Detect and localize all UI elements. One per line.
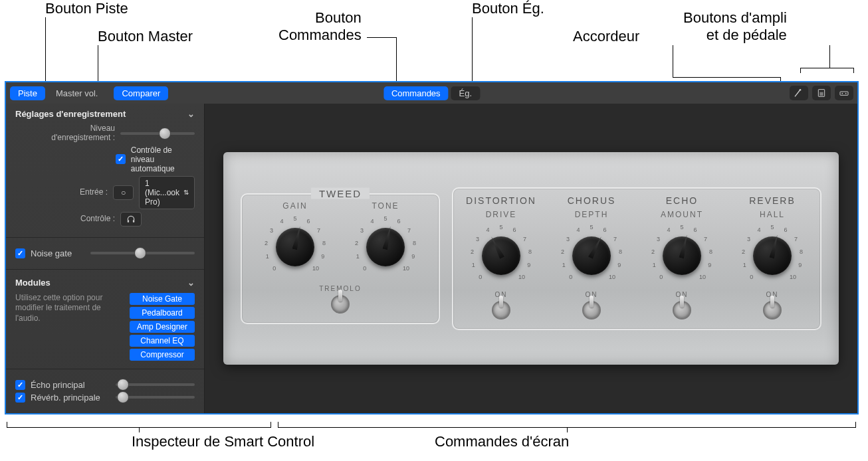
tick-label: 6 [397,218,400,225]
tick-label: 1 [356,253,360,260]
input-device-select[interactable]: 1 (Mic...ook Pro) ⇅ [139,176,195,209]
fx-knob[interactable]: 012345678910 [740,223,804,287]
tick-label: 2 [742,248,745,255]
fx-knob[interactable]: 012345678910 [469,223,533,287]
fx-distortion: DISTORTIONDRIVE012345678910ON [465,195,537,320]
tick-label: 6 [693,227,697,233]
tick-label: 10 [699,274,706,280]
tick-label: 5 [499,224,502,230]
callout-accordeur: Accordeur [573,28,639,45]
tick-label: 10 [609,274,615,280]
fx-toggle[interactable] [582,301,601,320]
tick-label: 7 [523,236,526,242]
tuner-button[interactable] [790,86,808,100]
echo-slider[interactable] [116,383,195,386]
reverb-slider[interactable] [116,396,195,399]
tick-label: 8 [322,240,326,246]
tick-label: 6 [306,218,310,225]
fx-title: CHORUS [568,195,616,206]
fx-knob-label: DRIVE [486,210,517,219]
tick-label: 3 [657,236,660,242]
inspector-brace [7,418,271,428]
input-channel-button[interactable]: ○ [113,185,134,200]
master-button[interactable]: Master vol. [48,86,106,100]
tick-label: 8 [800,248,803,255]
fx-knob-label: DEPTH [575,210,609,219]
input-device-value: 1 (Mic...ook Pro) [145,179,179,207]
fx-group: DISTORTIONDRIVE012345678910ONCHORUSDEPTH… [452,187,821,330]
gain-knob[interactable]: 012345678910 [263,215,327,278]
tick-label: 3 [360,227,364,234]
amp-button[interactable] [812,86,831,100]
tuner-icon [794,88,804,98]
tone-label: TONE [372,201,399,211]
smart-control-inspector: Réglages d'enregistrement ⌄ Niveau d'enr… [6,104,205,413]
svg-rect-7 [133,220,134,223]
fx-toggle[interactable] [673,301,691,320]
module-pedalboard[interactable]: Pedalboard [130,307,195,319]
module-channeleq[interactable]: Channel EQ [130,335,195,347]
tick-label: 0 [750,274,753,280]
recording-level-slider[interactable] [120,132,195,135]
fx-toggle[interactable] [763,301,782,320]
tick-label: 10 [518,274,525,280]
tweed-group: TWEED GAIN 012345678910 TONE 01234567891… [241,193,440,324]
auto-level-checkbox[interactable]: ✓ [116,154,125,164]
tick-label: 5 [293,215,296,222]
tick-label: 8 [528,248,532,255]
tick-label: 8 [709,248,712,255]
callout-piste: Bouton Piste [45,0,128,17]
tick-label: 4 [667,227,671,233]
tick-label: 0 [569,274,572,280]
tick-label: 2 [471,248,474,255]
module-noisegate[interactable]: Noise Gate [130,293,195,305]
tick-label: 10 [312,265,319,272]
tick-label: 3 [566,236,570,242]
fx-knob-label: HALL [760,210,785,219]
tick-label: 9 [798,262,802,268]
module-compressor[interactable]: Compressor [130,349,195,361]
controls-button[interactable]: Commandes [383,86,449,100]
tick-label: 4 [577,227,580,233]
tick-label: 5 [680,224,683,230]
tick-label: 6 [784,227,787,233]
compare-button[interactable]: Comparer [114,86,168,100]
noisegate-slider[interactable] [90,252,195,254]
monitor-label: Contrôle : [15,215,115,224]
reverb-checkbox[interactable]: ✓ [15,393,25,403]
echo-checkbox[interactable]: ✓ [15,380,25,390]
tone-knob[interactable]: 012345678910 [354,215,417,278]
tick-label: 4 [280,218,284,225]
gain-label: GAIN [282,201,307,211]
noisegate-checkbox[interactable]: ✓ [15,248,25,258]
chevron-down-icon[interactable]: ⌄ [187,278,195,288]
tremolo-toggle[interactable] [331,295,350,314]
tick-label: 4 [487,227,490,233]
tick-label: 1 [266,253,269,260]
tick-label: 10 [403,265,409,272]
noisegate-label: Noise gate [31,248,72,258]
svg-point-4 [841,93,843,94]
tick-label: 3 [747,236,750,242]
fx-toggle[interactable] [492,301,510,320]
svg-rect-3 [840,92,848,95]
amp-panel: TWEED GAIN 012345678910 TONE 01234567891… [223,152,839,365]
eq-button[interactable]: Ég. [451,86,481,100]
tick-label: 1 [562,262,566,268]
chevron-down-icon[interactable]: ⌄ [187,109,195,119]
tick-label: 9 [708,262,711,268]
track-button[interactable]: Piste [10,86,45,100]
pedalboard-button[interactable] [835,86,853,100]
tick-label: 7 [704,236,707,242]
fx-knob[interactable]: 012345678910 [650,223,714,287]
module-ampdesigner[interactable]: Amp Designer [130,321,195,333]
fx-chorus: CHORUSDEPTH012345678910ON [556,195,627,320]
tick-label: 9 [321,253,324,260]
tick-label: 7 [794,236,798,242]
pedal-icon [839,88,849,98]
fx-knob[interactable]: 012345678910 [560,223,623,287]
tick-label: 3 [270,227,273,234]
svg-point-5 [845,93,847,94]
fx-title: REVERB [749,195,796,206]
monitor-button[interactable] [120,212,142,227]
